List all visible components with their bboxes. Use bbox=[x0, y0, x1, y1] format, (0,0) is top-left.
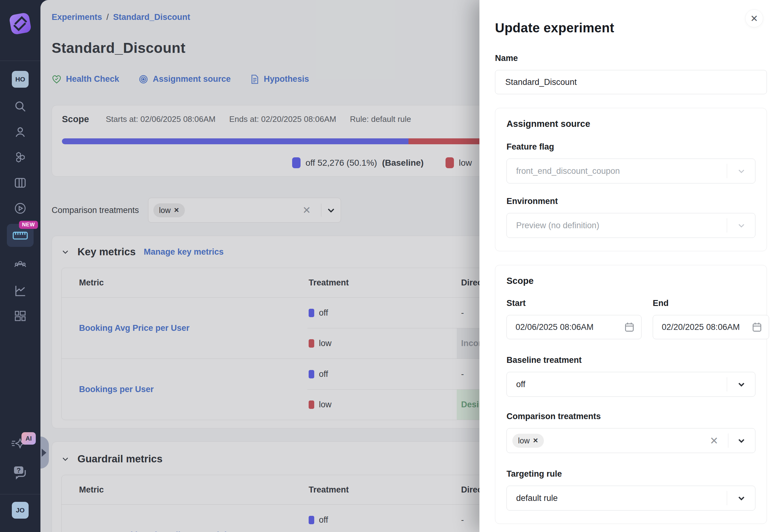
start-label: Start bbox=[507, 298, 642, 308]
select-divider bbox=[727, 491, 727, 505]
sidebar-divider bbox=[0, 494, 40, 494]
environment-select[interactable]: Preview (no definition) bbox=[507, 213, 755, 238]
sidebar-item-analytics[interactable] bbox=[13, 284, 27, 298]
guardrail-metrics-title: Guardrail metrics bbox=[77, 453, 162, 465]
comparison-treatments-label: Comparison treatments bbox=[507, 412, 755, 421]
metric-link-booking-avg-price[interactable]: Booking Avg Price per User bbox=[79, 323, 189, 333]
feature-flag-select[interactable]: front_end_discount_coupon bbox=[507, 159, 755, 183]
manage-key-metrics-link[interactable]: Manage key metrics bbox=[144, 247, 224, 257]
treatment-cell: off bbox=[307, 298, 457, 328]
feature-flag-value: front_end_discount_coupon bbox=[516, 166, 620, 176]
collapse-chevron-icon[interactable] bbox=[61, 455, 69, 463]
close-button[interactable]: ✕ bbox=[745, 9, 763, 27]
search-icon bbox=[14, 100, 27, 113]
health-check-link[interactable]: Health Check bbox=[52, 74, 119, 84]
calendar-icon[interactable] bbox=[752, 322, 762, 332]
start-date-input[interactable]: 02/06/2025 08:06AM bbox=[507, 315, 642, 339]
breadcrumb-current[interactable]: Standard_Discount bbox=[113, 12, 190, 22]
hypothesis-label: Hypothesis bbox=[264, 74, 309, 84]
breadcrumb-experiments[interactable]: Experiments bbox=[52, 12, 102, 22]
sidebar-item-experiments-active[interactable]: NEW bbox=[7, 224, 34, 247]
end-date-input[interactable]: 02/20/2025 08:06AM bbox=[653, 315, 769, 339]
name-value: Standard_Discount bbox=[505, 77, 577, 87]
sidebar-item-ai[interactable]: AI bbox=[11, 437, 30, 450]
sidebar-item-search[interactable] bbox=[13, 99, 27, 113]
line-chart-icon bbox=[14, 284, 27, 297]
environment-label: Environment bbox=[507, 197, 755, 206]
targeting-rule-label: Targeting rule bbox=[507, 469, 755, 479]
calendar-icon[interactable] bbox=[624, 322, 634, 332]
assignment-source-title: Assignment source bbox=[507, 119, 755, 129]
legend-label-low: low bbox=[459, 158, 472, 168]
key-metrics-title: Key metrics bbox=[77, 246, 136, 258]
sidebar-item-users[interactable] bbox=[13, 125, 27, 139]
legend-swatch-off bbox=[292, 157, 300, 168]
baseline-treatment-label: Baseline treatment bbox=[507, 355, 755, 365]
assignment-source-link[interactable]: Assignment source bbox=[138, 74, 231, 84]
app-logo[interactable] bbox=[0, 0, 40, 61]
comparison-treatments-select[interactable]: low ✕ ✕ bbox=[148, 198, 341, 223]
sidebar-item-help[interactable]: ? bbox=[12, 465, 28, 481]
collapse-chevron-icon[interactable] bbox=[61, 248, 69, 256]
chevron-down-icon bbox=[736, 166, 746, 176]
breadcrumb-separator: / bbox=[106, 12, 109, 22]
date-range-grid: Start 02/06/2025 08:06AM End 02/20/2025 … bbox=[507, 298, 769, 339]
treatment-swatch bbox=[308, 309, 314, 317]
workspace-avatar[interactable]: HO bbox=[12, 71, 29, 88]
health-check-label: Health Check bbox=[66, 74, 119, 84]
legend-swatch-low bbox=[446, 157, 454, 168]
treatment-tag-low[interactable]: low ✕ bbox=[153, 203, 185, 217]
sidebar-item-launch[interactable] bbox=[13, 201, 27, 215]
sidebar-bottom: AI ? JO bbox=[0, 437, 40, 532]
treatment-tag-label: low bbox=[518, 436, 530, 445]
scope-card: Scope Start 02/06/2025 08:06AM End 02/20… bbox=[495, 265, 767, 524]
legend-label-off: off 52,276 (50.1%) bbox=[305, 158, 377, 168]
help-chat-icon: ? bbox=[12, 465, 28, 481]
treatment-swatch bbox=[308, 370, 314, 378]
targeting-rule-select[interactable]: default rule bbox=[507, 486, 755, 511]
select-clear-icon[interactable]: ✕ bbox=[710, 435, 718, 447]
chevron-down-icon[interactable] bbox=[326, 206, 336, 215]
hypothesis-link[interactable]: Hypothesis bbox=[250, 74, 309, 84]
document-icon bbox=[250, 74, 259, 84]
tag-remove-icon[interactable]: ✕ bbox=[174, 206, 179, 214]
start-field: Start 02/06/2025 08:06AM bbox=[507, 298, 642, 339]
treatment-cell: off bbox=[307, 359, 457, 389]
treatment-tag-low[interactable]: low ✕ bbox=[513, 434, 544, 448]
metric-link-guardrail[interactable]: Average Bookings in Dollars per Night bbox=[79, 530, 232, 532]
close-icon: ✕ bbox=[750, 13, 758, 24]
column-treatment: Treatment bbox=[307, 485, 457, 495]
sidebar-item-dashboards[interactable] bbox=[13, 309, 27, 323]
end-label: End bbox=[653, 298, 769, 308]
chevron-down-icon bbox=[736, 220, 746, 230]
scope-card-title: Scope bbox=[62, 114, 89, 124]
tag-remove-icon[interactable]: ✕ bbox=[533, 437, 539, 444]
drawer-expand-handle[interactable] bbox=[40, 437, 49, 469]
scope-rule: Rule: default rule bbox=[350, 114, 411, 124]
treatment-cell: low bbox=[307, 328, 457, 359]
hexagons-icon bbox=[14, 151, 27, 164]
select-divider bbox=[727, 164, 727, 178]
sidebar-item-flags[interactable] bbox=[13, 150, 27, 164]
baseline-treatment-select[interactable]: off bbox=[507, 372, 755, 397]
name-input[interactable]: Standard_Discount bbox=[495, 70, 767, 94]
treatment-tag-label: low bbox=[159, 206, 171, 215]
update-experiment-panel: ✕ Update experiment Name Standard_Discou… bbox=[480, 0, 775, 532]
select-divider bbox=[321, 204, 321, 217]
name-label: Name bbox=[495, 53, 767, 63]
heart-check-icon bbox=[52, 74, 62, 84]
user-avatar[interactable]: JO bbox=[12, 502, 29, 519]
sidebar-item-columns[interactable] bbox=[13, 176, 27, 190]
scope-ends-at: Ends at: 02/20/2025 08:06AM bbox=[229, 114, 336, 124]
allocation-segment-off bbox=[62, 138, 409, 144]
column-treatment: Treatment bbox=[307, 278, 457, 288]
panel-title: Update experiment bbox=[495, 21, 767, 35]
columns-icon bbox=[14, 176, 27, 189]
sidebar-item-audiences[interactable] bbox=[13, 258, 27, 272]
target-icon bbox=[138, 74, 148, 84]
select-clear-icon[interactable]: ✕ bbox=[302, 204, 311, 216]
end-field: End 02/20/2025 08:06AM bbox=[653, 298, 769, 339]
comparison-treatments-select[interactable]: low ✕ ✕ bbox=[507, 428, 755, 453]
app-logo-icon bbox=[7, 11, 33, 37]
metric-link-bookings-per-user[interactable]: Bookings per User bbox=[79, 385, 154, 394]
